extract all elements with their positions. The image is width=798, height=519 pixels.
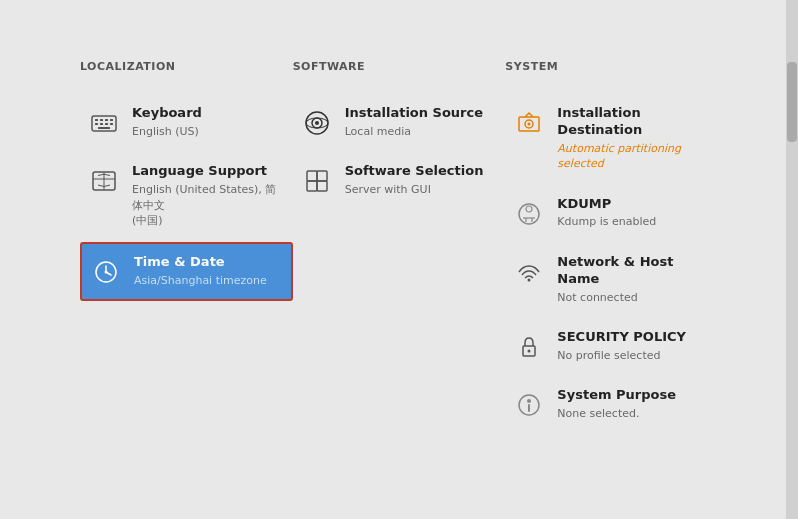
language-subtitle: English (United States), 简体中文(中国) xyxy=(132,182,285,228)
kdump-text: KDUMP Kdump is enabled xyxy=(557,196,656,230)
svg-rect-7 xyxy=(105,123,108,125)
keyboard-text: Keyboard English (US) xyxy=(132,105,202,139)
purpose-title: System Purpose xyxy=(557,387,676,404)
keyboard-item[interactable]: Keyboard English (US) xyxy=(80,95,293,149)
selection-subtitle: Server with GUI xyxy=(345,182,484,197)
network-title: Network & Host Name xyxy=(557,254,710,288)
svg-point-37 xyxy=(527,399,531,403)
svg-point-29 xyxy=(526,206,532,212)
language-icon xyxy=(88,165,120,197)
svg-point-35 xyxy=(528,350,531,353)
svg-rect-8 xyxy=(110,123,113,125)
source-item[interactable]: Installation Source Local media xyxy=(293,95,506,149)
svg-rect-23 xyxy=(307,181,317,191)
svg-rect-1 xyxy=(95,119,98,121)
svg-rect-9 xyxy=(98,127,110,129)
security-title: SECURITY POLICY xyxy=(557,329,686,346)
destination-item[interactable]: Installation Destination Automatic parti… xyxy=(505,95,718,182)
software-header: SOFTWARE xyxy=(293,60,506,77)
selection-icon xyxy=(301,165,333,197)
svg-rect-4 xyxy=(110,119,113,121)
keyboard-icon xyxy=(88,107,120,139)
language-item[interactable]: Language Support English (United States)… xyxy=(80,153,293,238)
kdump-subtitle: Kdump is enabled xyxy=(557,214,656,229)
svg-rect-5 xyxy=(95,123,98,125)
security-subtitle: No profile selected xyxy=(557,348,686,363)
system-header: SYSTEM xyxy=(505,60,718,77)
security-text: SECURITY POLICY No profile selected xyxy=(557,329,686,363)
destination-title: Installation Destination xyxy=(557,105,710,139)
selection-text: Software Selection Server with GUI xyxy=(345,163,484,197)
svg-point-19 xyxy=(315,121,319,125)
system-column: SYSTEM Installation Destination Automati… xyxy=(505,60,718,436)
kdump-title: KDUMP xyxy=(557,196,656,213)
time-text: Time & Date Asia/Shanghai timezone xyxy=(134,254,267,288)
svg-point-33 xyxy=(528,278,531,281)
language-title: Language Support xyxy=(132,163,285,180)
keyboard-subtitle: English (US) xyxy=(132,124,202,139)
security-item[interactable]: SECURITY POLICY No profile selected xyxy=(505,319,718,373)
destination-text: Installation Destination Automatic parti… xyxy=(557,105,710,172)
source-text: Installation Source Local media xyxy=(345,105,483,139)
network-item[interactable]: Network & Host Name Not connected xyxy=(505,244,718,315)
scrollbar-thumb[interactable] xyxy=(787,62,797,142)
svg-rect-24 xyxy=(317,181,327,191)
network-subtitle: Not connected xyxy=(557,290,710,305)
network-icon xyxy=(513,256,545,288)
purpose-item[interactable]: System Purpose None selected. xyxy=(505,377,718,431)
svg-point-27 xyxy=(528,123,531,126)
network-text: Network & Host Name Not connected xyxy=(557,254,710,305)
security-icon xyxy=(513,331,545,363)
selection-item[interactable]: Software Selection Server with GUI xyxy=(293,153,506,207)
svg-rect-3 xyxy=(105,119,108,121)
time-icon xyxy=(90,256,122,288)
software-column: SOFTWARE Installation Source Local media xyxy=(293,60,506,436)
source-icon xyxy=(301,107,333,139)
purpose-icon xyxy=(513,389,545,421)
kdump-icon xyxy=(513,198,545,230)
localization-column: LOCALIZATION Keyboard En xyxy=(80,60,293,436)
purpose-subtitle: None selected. xyxy=(557,406,676,421)
source-title: Installation Source xyxy=(345,105,483,122)
keyboard-title: Keyboard xyxy=(132,105,202,122)
destination-subtitle: Automatic partitioning selected xyxy=(557,141,710,172)
svg-rect-2 xyxy=(100,119,103,121)
purpose-text: System Purpose None selected. xyxy=(557,387,676,421)
svg-point-28 xyxy=(519,204,539,224)
localization-header: LOCALIZATION xyxy=(80,60,293,77)
time-item[interactable]: Time & Date Asia/Shanghai timezone xyxy=(80,242,293,300)
selection-title: Software Selection xyxy=(345,163,484,180)
time-subtitle: Asia/Shanghai timezone xyxy=(134,273,267,288)
destination-icon xyxy=(513,107,545,139)
source-subtitle: Local media xyxy=(345,124,483,139)
svg-rect-6 xyxy=(100,123,103,125)
svg-rect-38 xyxy=(528,404,530,412)
language-text: Language Support English (United States)… xyxy=(132,163,285,228)
scrollbar[interactable] xyxy=(786,0,798,519)
kdump-item[interactable]: KDUMP Kdump is enabled xyxy=(505,186,718,240)
svg-point-16 xyxy=(105,271,108,274)
svg-rect-21 xyxy=(307,171,317,181)
svg-rect-22 xyxy=(317,171,327,181)
time-title: Time & Date xyxy=(134,254,267,271)
